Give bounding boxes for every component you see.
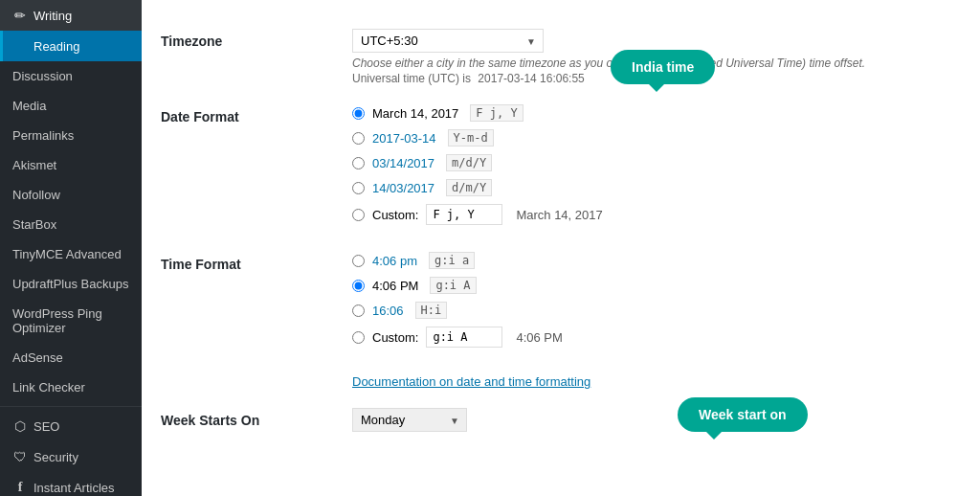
date-format-radio-1[interactable] bbox=[352, 132, 365, 145]
sidebar: ✏ Writing Reading Discussion Media Perma… bbox=[0, 0, 142, 496]
date-format-radio-0[interactable] bbox=[352, 107, 365, 120]
sidebar-item-updraftplus[interactable]: UpdraftPlus Backups bbox=[0, 269, 142, 299]
sidebar-item-link-checker[interactable]: Link Checker bbox=[0, 372, 142, 402]
time-format-row: Time Format 4:06 pm g:i a 4:06 PM g:i A bbox=[161, 242, 951, 365]
week-select-wrapper: Monday Sunday Saturday bbox=[352, 408, 467, 432]
timezone-note: Choose either a city in the same timezon… bbox=[352, 56, 951, 70]
date-format-option-0: March 14, 2017 F j, Y bbox=[352, 104, 951, 122]
sidebar-item-seo[interactable]: ⬡ SEO bbox=[0, 411, 142, 441]
time-format-code-2: H:i bbox=[415, 302, 448, 319]
date-format-display-3: 14/03/2017 bbox=[372, 181, 434, 195]
time-format-option-3: Custom: 4:06 PM bbox=[352, 327, 951, 348]
date-format-code-0: F j, Y bbox=[470, 104, 523, 122]
sidebar-item-tinymce[interactable]: TinyMCE Advanced bbox=[0, 239, 142, 269]
date-format-option-3: 14/03/2017 d/m/Y bbox=[352, 179, 951, 196]
sidebar-item-nofollow[interactable]: Nofollow bbox=[0, 180, 142, 210]
time-format-display-0: 4:06 pm bbox=[372, 254, 417, 268]
date-format-code-1: Y-m-d bbox=[448, 129, 494, 147]
sidebar-item-permalinks[interactable]: Permalinks bbox=[0, 121, 142, 150]
sidebar-item-akismet[interactable]: Akismet bbox=[0, 150, 142, 180]
sidebar-item-adsense[interactable]: AdSense bbox=[0, 343, 142, 372]
week-starts-row: Week Starts On Monday Sunday Saturday bbox=[161, 398, 951, 442]
time-format-display-1: 4:06 PM bbox=[372, 279, 418, 293]
sidebar-item-instant-articles[interactable]: f Instant Articles bbox=[0, 472, 142, 496]
date-format-display-0: March 14, 2017 bbox=[372, 106, 458, 121]
week-starts-label: Week Starts On bbox=[161, 413, 259, 428]
doc-link-row: Documentation on date and time formattin… bbox=[161, 365, 951, 398]
date-format-radio-custom[interactable] bbox=[352, 209, 365, 221]
timezone-select-wrapper: UTC+5:30 bbox=[352, 29, 544, 53]
timezone-row: Timezone UTC+5:30 Choose either a city i… bbox=[161, 19, 951, 95]
timezone-select[interactable]: UTC+5:30 bbox=[352, 29, 544, 53]
time-format-radio-custom[interactable] bbox=[352, 331, 365, 344]
date-format-row: Date Format March 14, 2017 F j, Y 2017-0… bbox=[161, 95, 951, 242]
sidebar-item-writing[interactable]: ✏ Writing bbox=[0, 0, 142, 31]
time-format-custom-label: Custom: bbox=[372, 330, 418, 345]
time-format-custom-preview: 4:06 PM bbox=[516, 330, 562, 345]
sidebar-item-media[interactable]: Media bbox=[0, 91, 142, 121]
date-format-display-1: 2017-03-14 bbox=[372, 131, 436, 146]
sidebar-item-wp-ping[interactable]: WordPress Ping Optimizer bbox=[0, 299, 142, 343]
shield-icon: 🛡 bbox=[12, 449, 28, 464]
instant-articles-icon: f bbox=[12, 480, 28, 495]
time-format-option-1: 4:06 PM g:i A bbox=[352, 277, 951, 294]
time-format-option-0: 4:06 pm g:i a bbox=[352, 252, 951, 269]
seo-icon: ⬡ bbox=[12, 418, 28, 434]
utc-time: Universal time (UTC) is 2017-03-14 16:06… bbox=[352, 72, 951, 85]
time-format-option-2: 16:06 H:i bbox=[352, 302, 951, 319]
date-format-radio-3[interactable] bbox=[352, 182, 365, 194]
sidebar-item-reading[interactable]: Reading bbox=[0, 31, 142, 61]
settings-form: Timezone UTC+5:30 Choose either a city i… bbox=[161, 19, 951, 442]
date-format-code-2: m/d/Y bbox=[446, 154, 492, 171]
date-format-custom-input[interactable] bbox=[426, 204, 502, 225]
sidebar-item-discussion[interactable]: Discussion bbox=[0, 61, 142, 91]
week-starts-select[interactable]: Monday Sunday Saturday bbox=[352, 408, 467, 432]
time-format-radio-1[interactable] bbox=[352, 280, 365, 292]
date-format-custom-label: Custom: bbox=[372, 208, 418, 222]
date-format-option-2: 03/14/2017 m/d/Y bbox=[352, 154, 951, 171]
time-format-label: Time Format bbox=[161, 257, 241, 272]
date-format-code-3: d/m/Y bbox=[446, 179, 492, 196]
writing-icon: ✏ bbox=[12, 8, 28, 23]
date-format-radio-2[interactable] bbox=[352, 157, 365, 169]
date-format-custom-preview: March 14, 2017 bbox=[516, 208, 602, 222]
date-format-option-4: Custom: March 14, 2017 bbox=[352, 204, 951, 225]
main-content: Timezone UTC+5:30 Choose either a city i… bbox=[142, 0, 980, 496]
documentation-link[interactable]: Documentation on date and time formattin… bbox=[352, 374, 590, 389]
time-format-radio-2[interactable] bbox=[352, 304, 365, 317]
sidebar-item-starbox[interactable]: StarBox bbox=[0, 210, 142, 239]
time-format-display-2: 16:06 bbox=[372, 304, 404, 318]
reading-icon bbox=[12, 38, 28, 54]
date-format-display-2: 03/14/2017 bbox=[372, 156, 434, 170]
time-format-radio-0[interactable] bbox=[352, 255, 365, 267]
time-format-code-1: g:i A bbox=[430, 277, 476, 294]
sidebar-item-security[interactable]: 🛡 Security bbox=[0, 441, 142, 472]
time-format-code-0: g:i a bbox=[429, 252, 475, 269]
date-format-label: Date Format bbox=[161, 109, 239, 124]
time-format-custom-input[interactable] bbox=[426, 327, 502, 348]
date-format-option-1: 2017-03-14 Y-m-d bbox=[352, 129, 951, 147]
timezone-label: Timezone bbox=[161, 34, 222, 49]
